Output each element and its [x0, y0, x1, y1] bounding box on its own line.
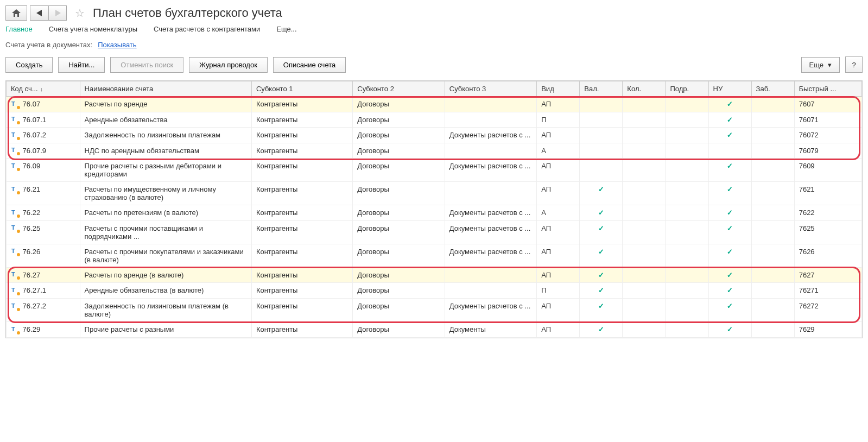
cell: [751, 159, 794, 182]
cell: Договоры: [353, 205, 445, 221]
cell: Документы расчетов с ...: [445, 220, 536, 244]
cell: Документы: [445, 321, 536, 337]
account-icon: [11, 163, 20, 171]
home-button[interactable]: [5, 5, 27, 21]
forward-button[interactable]: [48, 5, 67, 21]
back-button[interactable]: [30, 5, 48, 21]
description-button[interactable]: Описание счета: [273, 57, 346, 73]
cell: Договоры: [353, 220, 445, 244]
cell: ✓: [580, 182, 623, 205]
cell: [666, 159, 708, 182]
tab-счета-учета-номенклатуры[interactable]: Счета учета номенклатуры: [49, 25, 137, 33]
cell: 7625: [794, 220, 861, 244]
col-header[interactable]: Вал.: [580, 81, 623, 97]
cell: [623, 298, 666, 321]
cell: Контрагенты: [251, 143, 352, 159]
cell: [445, 283, 536, 299]
table-row[interactable]: 76.07.2Задолженность по лизинговым плате…: [7, 128, 862, 143]
tab-главное[interactable]: Главное: [5, 25, 33, 33]
col-header[interactable]: Быстрый ...: [794, 81, 861, 97]
cell: [751, 128, 794, 143]
account-icon: [11, 101, 20, 109]
col-header[interactable]: Наименование счета: [80, 81, 251, 97]
accounts-table[interactable]: Код сч...↓Наименование счетаСубконто 1Су…: [6, 81, 862, 338]
check-icon: ✓: [584, 286, 618, 294]
col-header[interactable]: Кол.: [623, 81, 666, 97]
find-button[interactable]: Найти...: [58, 57, 105, 73]
tab-счета-расчетов-с-контрагентами[interactable]: Счета расчетов с контрагентами: [154, 25, 260, 33]
cell: [623, 220, 666, 244]
favorite-star-icon[interactable]: ☆: [75, 7, 85, 20]
table-row[interactable]: 76.09Прочие расчеты с разными дебиторами…: [7, 159, 862, 182]
table-row[interactable]: 76.07.1Арендные обязательстваКонтрагенты…: [7, 112, 862, 128]
check-icon: ✓: [713, 224, 747, 232]
cell: Прочие расчеты с разными дебиторами и кр…: [80, 159, 251, 182]
more-menu-button[interactable]: Еще▾: [801, 57, 840, 73]
cell: 76079: [794, 143, 861, 159]
check-icon: ✓: [713, 116, 747, 124]
account-icon: [11, 147, 20, 155]
cell: Договоры: [353, 267, 445, 283]
table-row[interactable]: 76.07.9НДС по арендным обязательствамКон…: [7, 143, 862, 159]
cell: [623, 182, 666, 205]
cell: Договоры: [353, 128, 445, 143]
create-button[interactable]: Создать: [5, 57, 53, 73]
col-header[interactable]: НУ: [708, 81, 751, 97]
cell: 7629: [794, 321, 861, 337]
col-header[interactable]: Подр.: [666, 81, 708, 97]
cell: П: [537, 283, 580, 299]
col-header[interactable]: Субконто 2: [353, 81, 445, 97]
cell: 76071: [794, 112, 861, 128]
cell: 7627: [794, 267, 861, 283]
table-row[interactable]: 76.07Расчеты по арендеКонтрагентыДоговор…: [7, 97, 862, 112]
cell: Контрагенты: [251, 112, 352, 128]
col-header[interactable]: Субконто 1: [251, 81, 352, 97]
cell: НДС по арендным обязательствам: [80, 143, 251, 159]
table-row[interactable]: 76.27.1Арендные обязательства (в валюте)…: [7, 283, 862, 299]
table-row[interactable]: 76.26Расчеты с прочими покупателями и за…: [7, 244, 862, 267]
col-header[interactable]: Заб.: [751, 81, 794, 97]
check-icon: ✓: [713, 162, 747, 170]
col-header[interactable]: Субконто 3: [445, 81, 536, 97]
journal-button[interactable]: Журнал проводок: [189, 57, 268, 73]
cell: [445, 182, 536, 205]
cell: АП: [537, 267, 580, 283]
table-row[interactable]: 76.27Расчеты по аренде (в валюте)Контраг…: [7, 267, 862, 283]
sort-down-icon: ↓: [40, 86, 43, 92]
cell: Контрагенты: [251, 321, 352, 337]
cell: [623, 112, 666, 128]
table-row[interactable]: 76.21Расчеты по имущественному и личному…: [7, 182, 862, 205]
cell: 76.22: [7, 205, 80, 221]
table-row[interactable]: 76.25Расчеты с прочими поставщиками и по…: [7, 220, 862, 244]
cell: Договоры: [353, 182, 445, 205]
account-icon: [11, 210, 20, 217]
cell: Контрагенты: [251, 298, 352, 321]
cell: [623, 321, 666, 337]
cell: [751, 298, 794, 321]
tab-еще...[interactable]: Еще...: [276, 25, 296, 33]
col-header[interactable]: Код сч...↓: [7, 81, 80, 97]
cell: Задолженность по лизинговым платежам: [80, 128, 251, 143]
help-button[interactable]: ?: [845, 56, 863, 73]
cell: Документы расчетов с ...: [445, 298, 536, 321]
cell: [751, 220, 794, 244]
cell: 76.29: [7, 321, 80, 337]
docs-show-link[interactable]: Показывать: [98, 41, 136, 49]
table-row[interactable]: 76.29Прочие расчеты с разнымиКонтрагенты…: [7, 321, 862, 337]
account-icon: [11, 248, 20, 256]
col-header[interactable]: Вид: [537, 81, 580, 97]
cell: АП: [537, 298, 580, 321]
cell: 7626: [794, 244, 861, 267]
cell: [623, 143, 666, 159]
cell: Контрагенты: [251, 205, 352, 221]
cell: ✓: [708, 267, 751, 283]
check-icon: ✓: [713, 100, 747, 108]
check-icon: ✓: [584, 271, 618, 279]
check-icon: ✓: [584, 185, 618, 193]
cell: [666, 267, 708, 283]
cell: 7607: [794, 97, 861, 112]
page-title: План счетов бухгалтерского учета: [93, 6, 282, 20]
table-row[interactable]: 76.27.2Задолженность по лизинговым плате…: [7, 298, 862, 321]
table-row[interactable]: 76.22Расчеты по претензиям (в валюте)Кон…: [7, 205, 862, 221]
cell: Контрагенты: [251, 267, 352, 283]
